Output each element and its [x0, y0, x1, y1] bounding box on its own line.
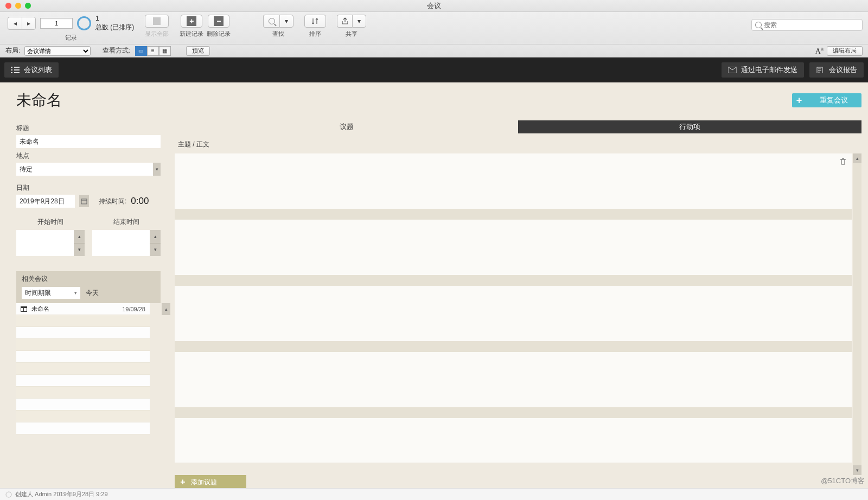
view-form-button[interactable]: ▭	[135, 46, 147, 56]
record-pie-icon	[77, 16, 91, 30]
status-icon	[5, 491, 12, 498]
topic-row[interactable]	[175, 153, 852, 209]
record-index-input[interactable]	[40, 18, 73, 29]
date-field-label: 日期	[16, 183, 161, 193]
record-count: 1	[95, 15, 134, 23]
related-filter-select[interactable]: 时间期限	[22, 287, 80, 299]
start-time-up-button[interactable]: ▴	[74, 230, 85, 243]
share-label: 共享	[346, 30, 358, 38]
end-time-up-button[interactable]: ▴	[150, 230, 161, 243]
format-icon[interactable]: Aa	[815, 46, 824, 56]
scroll-down-button[interactable]: ▾	[853, 465, 861, 475]
show-all-icon	[153, 17, 161, 25]
view-list-button[interactable]: ≡	[147, 46, 159, 56]
mail-icon	[728, 67, 737, 73]
plus-icon: +	[792, 95, 806, 106]
tab-topics[interactable]: 议题	[175, 120, 518, 133]
search-input[interactable]	[764, 21, 859, 29]
search-icon	[755, 22, 762, 28]
close-icon[interactable]	[5, 3, 11, 9]
add-topic-button[interactable]: + 添加议题	[175, 475, 246, 488]
related-scroll-up-button[interactable]: ▴	[162, 303, 170, 315]
delete-record-label: 删除记录	[207, 30, 231, 38]
meeting-icon	[21, 306, 27, 312]
duration-label: 持续时间:	[99, 197, 126, 206]
layout-select[interactable]: 会议详情	[24, 46, 91, 56]
show-all-button[interactable]	[145, 15, 169, 28]
preview-button[interactable]: 预览	[186, 46, 210, 56]
related-list: ▴ 未命名 19/09/28	[16, 303, 161, 434]
tab-actions[interactable]: 行动项	[518, 120, 861, 133]
find-group: ▾ 查找	[263, 15, 293, 38]
meeting-list-button[interactable]: 会议列表	[4, 62, 59, 78]
start-time-down-button[interactable]: ▾	[74, 243, 85, 257]
svg-point-6	[6, 492, 11, 497]
plus-icon: +	[187, 16, 196, 26]
show-all-label: 显示全部	[145, 30, 169, 38]
sort-icon	[311, 17, 319, 25]
find-button[interactable]	[263, 15, 279, 28]
svg-rect-4	[21, 308, 23, 311]
topic-row[interactable]	[175, 286, 852, 341]
new-record-button[interactable]: +	[181, 15, 202, 28]
sort-group: 排序	[304, 15, 326, 38]
edit-layout-button[interactable]: 编辑布局	[827, 46, 863, 56]
list-item[interactable]: 未命名 19/09/28	[16, 303, 150, 315]
topics-area: ▴ ▾ + 添加议题	[175, 153, 861, 488]
calendar-button[interactable]	[79, 195, 89, 207]
find-label: 查找	[272, 30, 284, 38]
list-item	[16, 339, 150, 351]
watermark: @51CTO博客	[821, 476, 865, 486]
share-menu-button[interactable]: ▾	[352, 15, 366, 28]
list-item	[16, 422, 150, 434]
find-menu-button[interactable]: ▾	[279, 15, 293, 28]
view-mode-switch: ▭ ≡ ▦	[135, 46, 171, 56]
start-time-input[interactable]	[16, 230, 74, 256]
left-column: 标题 地点 ▾ 日期 持续时间: 0:00 开始时间	[16, 120, 161, 488]
related-item-date: 19/09/28	[122, 306, 145, 312]
repeat-meeting-button[interactable]: + 重复会议	[792, 93, 861, 107]
location-input[interactable]	[16, 163, 153, 176]
list-item	[16, 399, 150, 411]
end-time-down-button[interactable]: ▾	[150, 243, 161, 257]
calendar-icon	[81, 198, 87, 204]
row-gap	[175, 275, 852, 286]
minimize-icon[interactable]	[15, 3, 21, 9]
content-subheader: 主题 / 正文	[175, 133, 861, 153]
new-record-group: + 新建记录	[180, 15, 203, 38]
sort-button[interactable]	[304, 15, 326, 28]
start-time-label: 开始时间	[16, 217, 85, 227]
duration-value: 0:00	[131, 196, 149, 207]
meeting-report-button[interactable]: 会议报告	[809, 62, 864, 78]
view-table-button[interactable]: ▦	[159, 46, 171, 56]
add-topic-label: 添加议题	[191, 478, 217, 487]
topics-scrollbar[interactable]: ▴ ▾	[853, 153, 861, 475]
record-count-text: 1 总数 (已排序)	[95, 15, 134, 31]
scroll-up-button[interactable]: ▴	[853, 153, 861, 163]
end-time-input[interactable]	[92, 230, 150, 256]
date-input[interactable]	[16, 195, 75, 208]
topic-row[interactable]	[175, 220, 852, 275]
maximize-icon[interactable]	[25, 3, 31, 9]
share-button[interactable]	[337, 15, 352, 28]
send-email-button[interactable]: 通过电子邮件发送	[722, 62, 804, 78]
list-item	[16, 363, 150, 375]
search-box[interactable]	[751, 19, 863, 31]
end-time-label: 结束时间	[92, 217, 161, 227]
location-field-label: 地点	[16, 151, 161, 161]
window-controls	[0, 3, 31, 9]
delete-topic-button[interactable]	[840, 158, 846, 165]
next-record-button[interactable]: ▸	[22, 17, 36, 30]
delete-record-button[interactable]: −	[208, 15, 229, 28]
toolbar: ◂ ▸ 1 总数 (已排序) 记录 显示全部 + 新建记录 − 删除记录 ▾ 查…	[0, 12, 868, 44]
topic-row[interactable]	[175, 418, 852, 463]
topic-row[interactable]	[175, 352, 852, 407]
delete-record-group: − 删除记录	[207, 15, 231, 38]
related-meetings-panel: 相关会议 时间期限 今天 ▴ 未命名 19/09/28	[16, 271, 161, 434]
new-record-label: 新建记录	[180, 30, 203, 38]
start-time-box: 开始时间 ▴ ▾	[16, 217, 85, 256]
prev-record-button[interactable]: ◂	[8, 17, 22, 30]
list-item	[16, 327, 150, 339]
title-input[interactable]	[16, 135, 161, 148]
location-dropdown-button[interactable]: ▾	[153, 163, 161, 176]
